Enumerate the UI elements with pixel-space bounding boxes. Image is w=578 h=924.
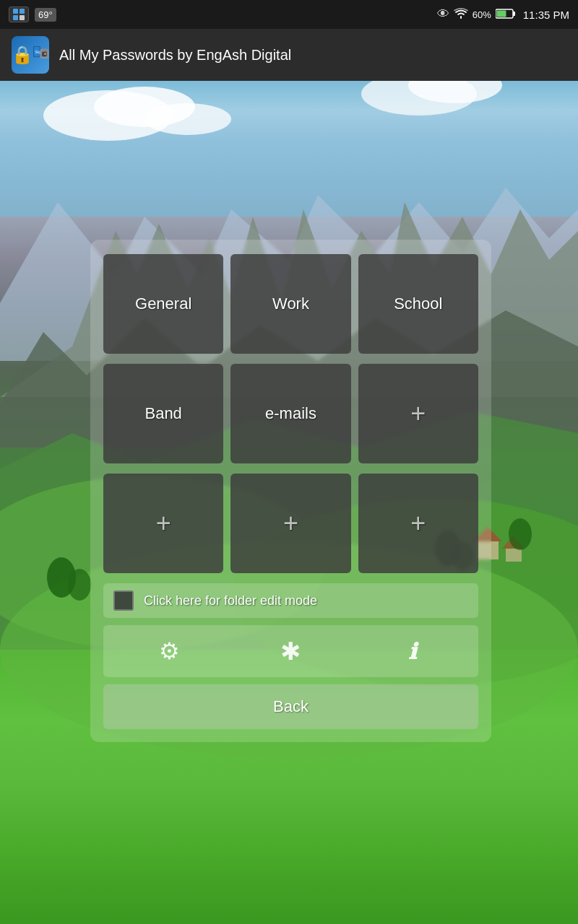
app-icon: Sky [12,36,49,74]
svg-rect-27 [513,12,515,16]
folder-school-label: School [394,295,442,313]
main-content: General Work School Band e-mails + + [0,81,578,924]
gear-icon: ⚙ [159,637,180,665]
svg-rect-24 [13,15,18,20]
folder-add3-label: + [283,508,298,539]
title-bar: Sky All My Passwords by EngAsh Digital [0,29,578,81]
edit-mode-label: Click here for folder edit mode [144,593,317,609]
view-icon: 👁 [437,7,449,22]
folder-school-button[interactable]: School [358,254,478,354]
folder-band-label: Band [144,404,181,423]
folder-add1-button[interactable]: + [358,364,478,463]
folder-add3-button[interactable]: + [230,474,350,573]
folder-grid-row1: General Work School [103,254,478,354]
folder-add4-button[interactable]: + [358,474,478,573]
folder-general-button[interactable]: General [103,254,223,354]
battery-icon [496,9,516,21]
svg-rect-23 [20,9,25,14]
settings-button[interactable]: ⚙ [148,634,191,668]
folder-grid-row2: Band e-mails + [103,364,478,463]
temperature-display: 69° [35,8,56,22]
modal-panel: General Work School Band e-mails + + [90,240,491,742]
app-title: All My Passwords by EngAsh Digital [59,47,291,64]
back-button[interactable]: Back [103,684,478,729]
status-right-icons: 👁 60% 11:35 PM [437,7,569,22]
info-icon: ℹ [408,639,416,664]
svg-rect-22 [13,9,18,14]
folder-emails-button[interactable]: e-mails [230,364,350,463]
folder-band-button[interactable]: Band [103,364,223,463]
wifi-icon [454,8,468,22]
folder-work-label: Work [272,295,309,313]
edit-checkbox [113,590,134,611]
time-display: 11:35 PM [523,9,569,21]
app-shortcut-icon [9,6,29,22]
svg-rect-28 [496,10,506,17]
edit-mode-toggle[interactable]: Click here for folder edit mode [103,583,478,618]
bottom-toolbar: ⚙ ✱ ℹ [103,625,478,677]
info-button[interactable]: ℹ [390,634,434,668]
folder-grid-row3: + + + [103,474,478,573]
status-bar: 69° 👁 60% 11:35 PM [0,0,578,29]
folder-work-button[interactable]: Work [230,254,350,354]
asterisk-icon: ✱ [280,637,301,666]
status-left-icons: 69° [9,6,56,22]
svg-rect-34 [44,53,46,55]
battery-display: 60% [473,9,491,20]
folder-add4-label: + [410,508,426,539]
svg-rect-33 [42,52,47,57]
folder-general-label: General [135,295,191,313]
folder-emails-label: e-mails [265,404,316,423]
folder-add2-button[interactable]: + [103,474,223,573]
asterisk-button[interactable]: ✱ [269,634,312,668]
svg-rect-25 [20,15,25,20]
folder-add1-label: + [410,398,426,429]
folder-add2-label: + [156,508,171,539]
